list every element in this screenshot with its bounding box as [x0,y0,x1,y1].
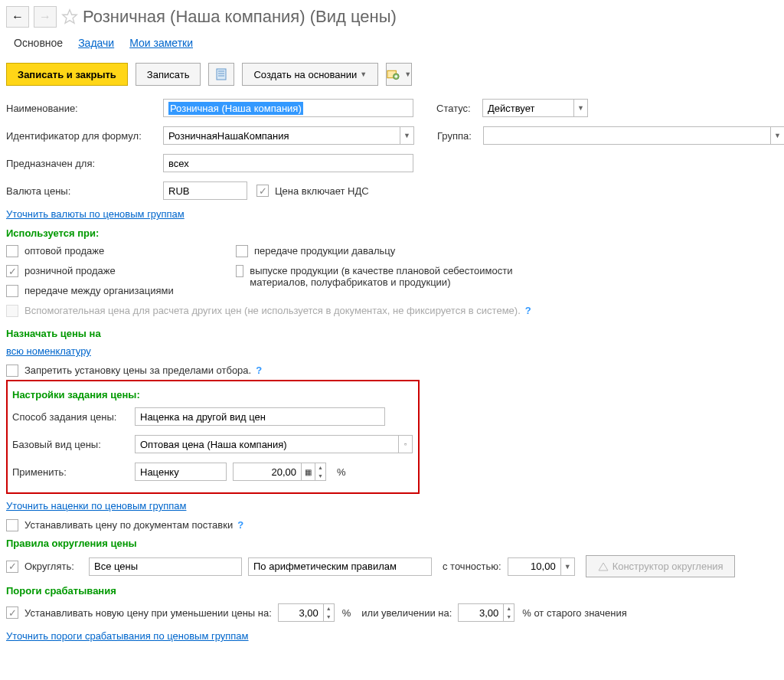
tolling-label: передаче продукции давальцу [254,245,395,257]
threshold-checkbox[interactable] [6,606,18,619]
clarify-markups-link[interactable]: Уточнить наценки по ценовым группам [6,500,186,512]
name-input-value: Розничная (Наша компания) [168,102,303,115]
formula-id-input[interactable] [163,126,400,145]
spin-buttons[interactable]: ▲▼ [504,603,514,622]
clarify-currencies-link[interactable]: Уточнить валюты по ценовым группам [6,208,185,220]
supply-docs-label: Устанавливать цену по документам поставк… [24,519,233,531]
status-dropdown-icon[interactable]: ▼ [574,99,588,117]
spin-buttons[interactable]: ▲▼ [315,463,326,481]
apply-num-input[interactable] [233,463,302,481]
name-input[interactable]: Розничная (Наша компания) [163,99,413,117]
rounding-constructor-button[interactable]: Конструктор округления [586,555,735,577]
decrease-input[interactable] [278,603,324,622]
prohibit-checkbox[interactable] [6,365,18,377]
page-title: Розничная (Наша компания) (Вид цены) [83,7,397,27]
spin-buttons[interactable]: ▲▼ [324,603,335,622]
thresholds-header: Пороги срабатывания [6,585,778,597]
supply-docs-checkbox[interactable] [6,519,18,531]
base-label: Базовый вид цены: [12,439,135,450]
apply-label: Применить: [12,466,135,478]
base-input[interactable] [135,435,399,453]
percent-label: % [337,466,346,478]
header: ← → Розничная (Наша компания) (Вид цены) [6,6,778,28]
transfer-orgs-checkbox[interactable] [6,285,18,297]
price-settings-block: Настройки задания цены: Способ задания ц… [6,380,420,494]
group-input[interactable] [483,126,771,145]
rounding-header: Правила округления цены [6,538,778,549]
vat-label: Цена включает НДС [275,185,369,197]
precision-input[interactable] [508,557,561,576]
group-dropdown-icon[interactable]: ▼ [771,126,784,145]
round-label: Округлять: [24,561,89,572]
tab-main[interactable]: Основное [14,37,63,49]
assign-header: Назначать цены на [6,328,778,339]
toolbar: Записать и закрыть Записать Создать на о… [6,63,778,86]
svg-marker-0 [63,10,77,23]
round-checkbox[interactable] [6,561,18,573]
pct1-label: % [342,607,351,619]
tabs: Основное Задачи Мои заметки [6,37,778,49]
intended-input[interactable] [163,154,413,172]
intended-label: Предназначен для: [6,158,163,169]
precision-label: с точностью: [443,561,501,572]
release-label: выпуске продукции (в качестве плановой с… [250,265,527,288]
tab-tasks[interactable]: Задачи [78,37,114,49]
attachments-button[interactable]: ▼ [386,63,412,86]
method-label: Способ задания цены: [12,411,135,423]
rounding-constructor-label: Конструктор округления [612,561,724,572]
pct2-label: % от старого значения [522,607,627,619]
or-increase-label: или увеличении на: [361,607,452,619]
help-icon[interactable]: ? [237,519,243,531]
save-close-button[interactable]: Записать и закрыть [6,63,128,86]
wholesale-checkbox[interactable] [6,245,18,257]
calculator-icon[interactable]: ▦ [302,463,315,481]
nav-back-button[interactable]: ← [6,6,29,28]
all-nomenclature-link[interactable]: всю номенклатуру [6,345,91,357]
clarify-thresholds-link[interactable]: Уточнить пороги срабатывания по ценовым … [6,630,249,642]
create-based-label: Создать на основании [253,69,357,80]
auxiliary-checkbox [6,305,18,317]
retail-checkbox[interactable] [6,265,18,277]
tolling-checkbox[interactable] [236,245,248,257]
formula-id-dropdown-icon[interactable]: ▼ [400,126,414,145]
threshold-set-label: Устанавливать новую цену при уменьшении … [24,607,272,619]
wholesale-label: оптовой продаже [24,245,104,257]
transfer-orgs-label: передаче между организациями [24,285,174,296]
release-checkbox[interactable] [236,265,243,277]
currency-label: Валюта цены: [6,185,163,197]
retail-label: розничной продаже [24,265,116,276]
apply-type-input[interactable] [135,463,227,481]
precision-dropdown-icon[interactable]: ▼ [561,557,575,576]
status-input[interactable] [482,99,574,117]
auxiliary-label: Вспомогательная цена для расчета других … [24,305,521,316]
report-button[interactable] [208,63,234,86]
help-icon[interactable]: ? [256,365,262,376]
currency-input[interactable] [163,181,247,200]
nav-forward-button[interactable]: → [34,6,57,28]
round-scope-input[interactable] [89,557,242,576]
base-open-icon[interactable]: ▫ [399,435,413,453]
help-icon[interactable]: ? [525,305,531,316]
save-button[interactable]: Записать [136,63,201,86]
formula-id-label: Идентификатор для формул: [6,130,163,142]
increase-input[interactable] [458,603,504,622]
method-input[interactable] [135,407,385,426]
prohibit-label: Запретить установку цены за пределами от… [24,365,251,376]
vat-checkbox[interactable] [256,185,269,197]
tab-notes[interactable]: Мои заметки [129,37,193,49]
name-label: Наименование: [6,103,163,114]
create-based-button[interactable]: Создать на основании ▼ [242,63,378,86]
round-method-input[interactable] [248,557,432,576]
price-settings-header: Настройки задания цены: [12,389,412,400]
svg-rect-1 [217,69,226,80]
star-icon[interactable] [61,8,78,25]
used-when-header: Используется при: [6,227,778,239]
